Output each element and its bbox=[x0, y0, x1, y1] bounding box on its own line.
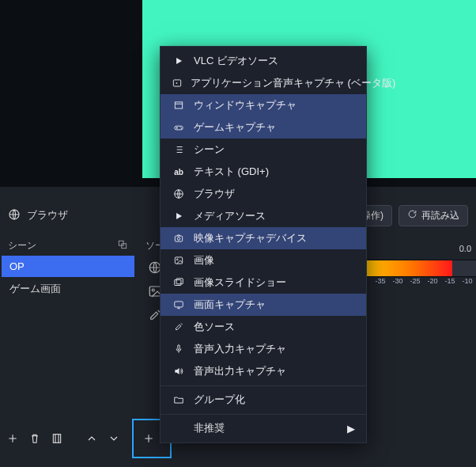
window-icon bbox=[172, 100, 186, 111]
menu-item-browser[interactable]: ブラウザ bbox=[161, 183, 366, 205]
menu-item-slideshow[interactable]: 画像スライドショー bbox=[161, 271, 366, 294]
svg-point-14 bbox=[177, 237, 180, 241]
menu-item-scene[interactable]: シーン bbox=[161, 139, 366, 161]
svg-rect-1 bbox=[119, 241, 123, 245]
svg-rect-18 bbox=[176, 279, 183, 284]
svg-rect-9 bbox=[175, 126, 183, 130]
menu-item-game-capture[interactable]: ゲームキャプチャ bbox=[161, 116, 366, 139]
scenes-list: OP ゲーム画面 bbox=[2, 256, 134, 442]
svg-rect-20 bbox=[178, 345, 179, 350]
refresh-icon bbox=[407, 209, 417, 222]
mixer-time: 0.0 bbox=[459, 244, 471, 253]
svg-point-5 bbox=[152, 289, 154, 291]
menu-item-text[interactable]: abテキスト (GDI+) bbox=[161, 161, 366, 183]
reload-button[interactable]: 再読み込 bbox=[399, 205, 468, 226]
menu-item-color[interactable]: 色ソース bbox=[161, 316, 366, 338]
svg-point-10 bbox=[180, 127, 181, 127]
scene-row[interactable]: OP bbox=[2, 256, 134, 277]
menu-item-video-capture[interactable]: 映像キャプチャデバイス bbox=[161, 227, 366, 249]
menu-item-display-capture[interactable]: 画面キャプチャ bbox=[161, 294, 366, 316]
mic-icon bbox=[172, 344, 186, 355]
app-audio-icon bbox=[172, 78, 183, 89]
selected-source-label: ブラウザ bbox=[8, 208, 68, 223]
globe-icon bbox=[8, 208, 21, 223]
monitor-icon bbox=[172, 299, 186, 310]
menu-item-image[interactable]: 画像 bbox=[161, 249, 366, 271]
add-source-context-menu: VLC ビデオソース アプリケーション音声キャプチャ (ベータ版) ウィンドウキ… bbox=[160, 46, 367, 443]
svg-rect-19 bbox=[175, 302, 183, 307]
svg-rect-17 bbox=[175, 280, 181, 286]
menu-item-audio-output[interactable]: 音声出力キャプチャ bbox=[161, 360, 366, 382]
scene-row[interactable]: ゲーム画面 bbox=[2, 277, 134, 301]
speaker-icon bbox=[172, 366, 186, 377]
svg-rect-13 bbox=[175, 236, 182, 241]
svg-rect-8 bbox=[175, 102, 182, 108]
move-down-button[interactable] bbox=[103, 427, 125, 450]
scenes-toolbar bbox=[2, 427, 160, 450]
play-icon bbox=[172, 55, 186, 66]
scene-filters-button[interactable] bbox=[46, 427, 68, 450]
menu-item-group[interactable]: グループ化 bbox=[161, 385, 366, 411]
menu-item-deprecated[interactable]: 非推奨▶ bbox=[161, 414, 366, 439]
scenes-panel-title: シーン bbox=[8, 239, 36, 252]
svg-rect-6 bbox=[53, 435, 60, 443]
add-source-button[interactable] bbox=[138, 427, 160, 450]
svg-rect-4 bbox=[149, 287, 161, 296]
play-icon bbox=[172, 211, 186, 222]
folder-icon bbox=[172, 394, 186, 405]
gamepad-icon bbox=[172, 122, 186, 133]
image-icon bbox=[172, 255, 186, 266]
scenes-panel-header: シーン bbox=[2, 236, 134, 256]
detach-icon[interactable] bbox=[117, 239, 128, 252]
svg-rect-2 bbox=[122, 244, 127, 249]
brush-icon bbox=[172, 321, 186, 332]
submenu-arrow-icon: ▶ bbox=[347, 423, 355, 435]
text-icon: ab bbox=[172, 168, 186, 177]
menu-item-audio-input[interactable]: 音声入力キャプチャ bbox=[161, 338, 366, 360]
scenes-panel: シーン OP ゲーム画面 bbox=[2, 236, 134, 442]
globe-icon bbox=[172, 188, 186, 199]
delete-scene-button[interactable] bbox=[24, 427, 46, 450]
menu-item-window-capture[interactable]: ウィンドウキャプチャ bbox=[161, 94, 366, 116]
add-scene-button[interactable] bbox=[2, 427, 24, 450]
menu-item-vlc[interactable]: VLC ビデオソース bbox=[161, 50, 366, 72]
svg-rect-15 bbox=[175, 257, 182, 264]
list-icon bbox=[172, 144, 186, 155]
svg-point-11 bbox=[181, 128, 182, 129]
reload-button-label: 再読み込 bbox=[421, 209, 459, 222]
menu-item-media[interactable]: メディアソース bbox=[161, 205, 366, 227]
menu-item-app-audio[interactable]: アプリケーション音声キャプチャ (ベータ版) bbox=[161, 72, 366, 94]
camera-icon bbox=[172, 233, 186, 244]
svg-point-16 bbox=[176, 259, 178, 260]
slideshow-icon bbox=[172, 277, 186, 288]
move-up-button[interactable] bbox=[81, 427, 103, 450]
selected-source-text: ブラウザ bbox=[27, 208, 68, 222]
